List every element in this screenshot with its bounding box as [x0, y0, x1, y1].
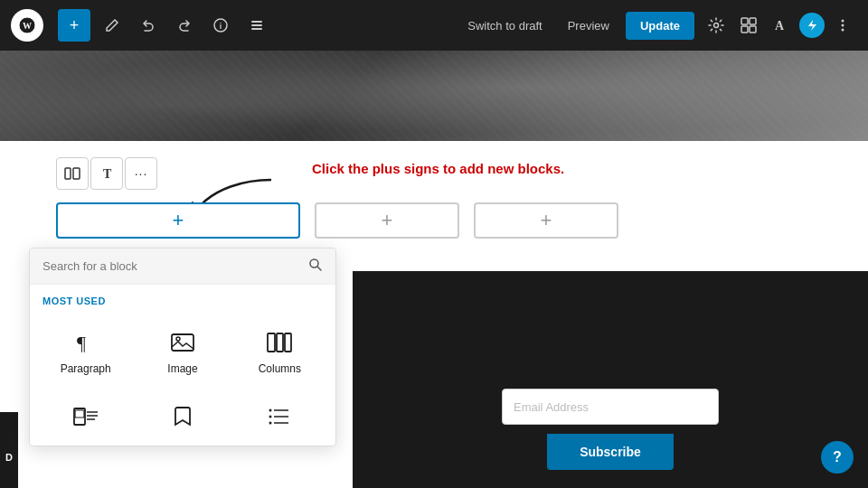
search-icon: [308, 258, 323, 275]
media-text-icon: [70, 400, 102, 433]
svg-rect-27: [74, 408, 85, 425]
update-button[interactable]: Update: [626, 12, 694, 40]
settings-icons-group: A: [702, 11, 857, 40]
svg-point-15: [842, 29, 844, 32]
svg-rect-10: [741, 26, 748, 33]
add-block-col1-button[interactable]: +: [56, 202, 300, 239]
editor-area: T ··· Click the plus signs to add new bl…: [0, 141, 868, 488]
block-picker-dropdown: MOST USED ¶ Paragraph: [29, 248, 336, 446]
svg-text:i: i: [220, 22, 222, 31]
paragraph-icon: ¶: [70, 326, 102, 359]
svg-rect-5: [251, 24, 262, 26]
block-search-input[interactable]: [42, 259, 308, 273]
left-edge-bar: D: [0, 412, 18, 488]
svg-point-14: [842, 24, 844, 27]
help-icon: ?: [833, 449, 842, 465]
plus-icon-col1: +: [173, 209, 184, 232]
subscribe-label: Subscribe: [580, 445, 641, 459]
svg-rect-11: [750, 26, 756, 33]
image-label: Image: [167, 362, 197, 375]
svg-rect-26: [285, 333, 291, 352]
block-toolbar: T ···: [56, 157, 157, 190]
block-search-area: [30, 249, 335, 285]
columns-add-row: + + +: [56, 202, 618, 239]
left-edge-letter: D: [5, 452, 13, 463]
block-editor-icon[interactable]: [734, 11, 763, 40]
svg-rect-4: [251, 21, 262, 23]
add-icon: +: [70, 16, 80, 35]
edit-button[interactable]: [98, 11, 127, 40]
toolbar-right: Switch to draft Preview Update: [458, 11, 857, 40]
svg-rect-9: [750, 18, 756, 24]
bookmark-icon: [166, 400, 199, 433]
most-used-label: MOST USED: [30, 285, 335, 312]
email-placeholder-text: Email Address: [514, 400, 589, 414]
svg-text:A: A: [775, 19, 785, 33]
svg-rect-17: [73, 168, 80, 179]
plus-icon-col3: +: [541, 209, 552, 232]
hero-image: [0, 51, 868, 141]
list-icon: [263, 400, 296, 433]
subscribe-button[interactable]: Subscribe: [547, 434, 674, 470]
dark-section: Email Address Subscribe: [353, 271, 868, 488]
svg-rect-16: [65, 168, 71, 179]
svg-rect-24: [268, 333, 275, 352]
svg-rect-28: [75, 410, 84, 418]
block-grid-row1: ¶ Paragraph Image: [30, 312, 335, 391]
svg-rect-22: [172, 334, 193, 351]
image-icon: [166, 326, 199, 359]
columns-label: Columns: [259, 362, 301, 375]
plus-icon-col2: +: [382, 209, 393, 232]
svg-text:W: W: [23, 21, 32, 31]
block-item-columns[interactable]: Columns: [233, 317, 326, 380]
info-button[interactable]: i: [206, 11, 235, 40]
svg-text:¶: ¶: [77, 332, 86, 354]
svg-point-23: [176, 337, 180, 341]
email-address-input-display: Email Address: [502, 389, 719, 425]
more-block-options-button[interactable]: ···: [125, 157, 157, 190]
block-item-paragraph[interactable]: ¶ Paragraph: [39, 317, 132, 380]
add-block-button[interactable]: +: [58, 9, 90, 42]
redo-button[interactable]: [170, 11, 199, 40]
preview-button[interactable]: Preview: [559, 14, 618, 38]
more-options-icon[interactable]: [828, 11, 857, 40]
block-item-media-text[interactable]: [39, 391, 132, 438]
block-item-image[interactable]: Image: [136, 317, 229, 380]
switch-to-draft-button[interactable]: Switch to draft: [458, 14, 551, 38]
list-view-button[interactable]: [242, 11, 271, 40]
columns-icon: [263, 326, 296, 359]
svg-point-13: [842, 20, 844, 23]
font-icon[interactable]: A: [767, 11, 796, 40]
svg-point-7: [714, 23, 719, 28]
svg-rect-25: [277, 333, 283, 352]
settings-icon[interactable]: [702, 11, 731, 40]
block-item-list[interactable]: [233, 391, 326, 438]
jetpack-icon[interactable]: [799, 13, 825, 38]
block-grid-row2: [30, 391, 335, 446]
main-content: T ··· Click the plus signs to add new bl…: [0, 51, 868, 488]
add-block-col2-button[interactable]: +: [315, 202, 459, 239]
annotation-text: Click the plus signs to add new blocks.: [312, 161, 564, 176]
paragraph-label: Paragraph: [61, 362, 111, 375]
undo-button[interactable]: [134, 11, 163, 40]
block-item-bookmark[interactable]: [136, 391, 229, 438]
svg-text:T: T: [103, 167, 112, 181]
wp-logo[interactable]: W: [11, 9, 43, 42]
main-toolbar: W + i Switch to dra: [0, 0, 868, 51]
columns-block-button[interactable]: [56, 157, 89, 190]
svg-rect-8: [741, 18, 748, 24]
text-block-button[interactable]: T: [90, 157, 123, 190]
help-button[interactable]: ?: [821, 441, 854, 474]
svg-rect-6: [251, 28, 262, 30]
add-block-col3-button[interactable]: +: [474, 202, 618, 239]
